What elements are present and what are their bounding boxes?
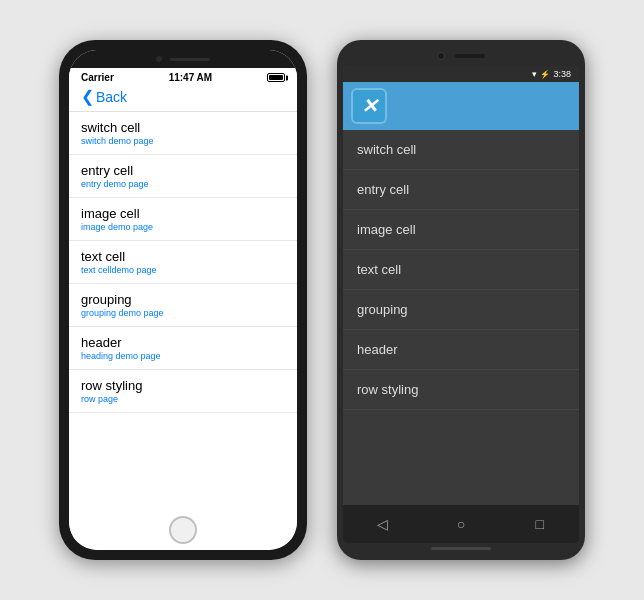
android-wifi-icon: ▾ [532,69,537,79]
ios-nav-bar: ❮ Back [69,85,297,112]
ios-list-item[interactable]: text cell text celldemo page [69,241,297,284]
ios-list-item[interactable]: image cell image demo page [69,198,297,241]
android-status-icons: ▾ ⚡ 3:38 [532,69,571,79]
android-home-button[interactable]: ○ [450,513,472,535]
ios-list: switch cell switch demo page entry cell … [69,112,297,508]
android-time: 3:38 [553,69,571,79]
android-home-icon: ○ [457,516,465,532]
android-speaker [455,54,485,58]
android-item-text: switch cell [357,142,565,157]
ios-list-item[interactable]: grouping grouping demo page [69,284,297,327]
android-item-text: image cell [357,222,565,237]
android-list-item[interactable]: header [343,330,579,370]
android-top-hardware [343,48,579,66]
android-list-item[interactable]: image cell [343,210,579,250]
ios-item-subtitle: entry demo page [81,179,285,189]
android-nav-bar: ◁ ○ □ [343,505,579,543]
android-list-item[interactable]: switch cell [343,130,579,170]
ios-item-subtitle: switch demo page [81,136,285,146]
android-item-text: header [357,342,565,357]
android-chin [431,547,491,550]
ios-item-title: switch cell [81,120,285,135]
android-back-icon: ◁ [377,516,388,532]
ios-item-title: grouping [81,292,285,307]
ios-back-chevron-icon: ❮ [81,89,94,105]
android-app-icon-letter: ✕ [361,94,378,118]
android-item-text: row styling [357,382,565,397]
android-screen: ▾ ⚡ 3:38 ✕ switch cellentry cellimage ce… [343,66,579,543]
ios-home-button[interactable] [169,516,197,544]
ios-battery-icon [267,73,285,82]
android-list-item[interactable]: row styling [343,370,579,410]
ios-back-button[interactable]: ❮ Back [81,89,285,105]
android-battery-status: ⚡ [540,70,550,79]
ios-item-title: entry cell [81,163,285,178]
ios-speaker [170,58,210,61]
ios-item-subtitle: image demo page [81,222,285,232]
ios-list-item[interactable]: header heading demo page [69,327,297,370]
ios-home-bar [69,508,297,550]
android-item-text: text cell [357,262,565,277]
ios-status-bar: Carrier 11:47 AM [69,68,297,85]
ios-item-subtitle: heading demo page [81,351,285,361]
android-list-item[interactable]: entry cell [343,170,579,210]
ios-item-subtitle: row page [81,394,285,404]
android-list: switch cellentry cellimage celltext cell… [343,130,579,505]
android-bottom-bar [343,543,579,552]
android-list-item[interactable]: grouping [343,290,579,330]
ios-item-subtitle: grouping demo page [81,308,285,318]
android-recent-icon: □ [535,516,543,532]
ios-list-item[interactable]: row styling row page [69,370,297,413]
ios-item-title: text cell [81,249,285,264]
android-list-item[interactable]: text cell [343,250,579,290]
android-back-button[interactable]: ◁ [371,513,393,535]
ios-item-title: image cell [81,206,285,221]
ios-list-item[interactable]: entry cell entry demo page [69,155,297,198]
android-phone: ▾ ⚡ 3:38 ✕ switch cellentry cellimage ce… [337,40,585,560]
android-header-row: ✕ [343,82,579,130]
android-item-text: entry cell [357,182,565,197]
ios-item-title: row styling [81,378,285,393]
ios-item-title: header [81,335,285,350]
android-item-text: grouping [357,302,565,317]
android-status-bar: ▾ ⚡ 3:38 [343,66,579,82]
ios-carrier: Carrier [81,72,114,83]
ios-phone: Carrier 11:47 AM ❮ Back switch cell swit… [59,40,307,560]
ios-top-hardware [69,50,297,68]
ios-list-item[interactable]: switch cell switch demo page [69,112,297,155]
android-camera [437,52,445,60]
ios-camera [156,56,162,62]
ios-item-subtitle: text celldemo page [81,265,285,275]
ios-time: 11:47 AM [169,72,213,83]
ios-back-label: Back [96,89,127,105]
android-app-icon: ✕ [351,88,387,124]
android-recent-button[interactable]: □ [529,513,551,535]
